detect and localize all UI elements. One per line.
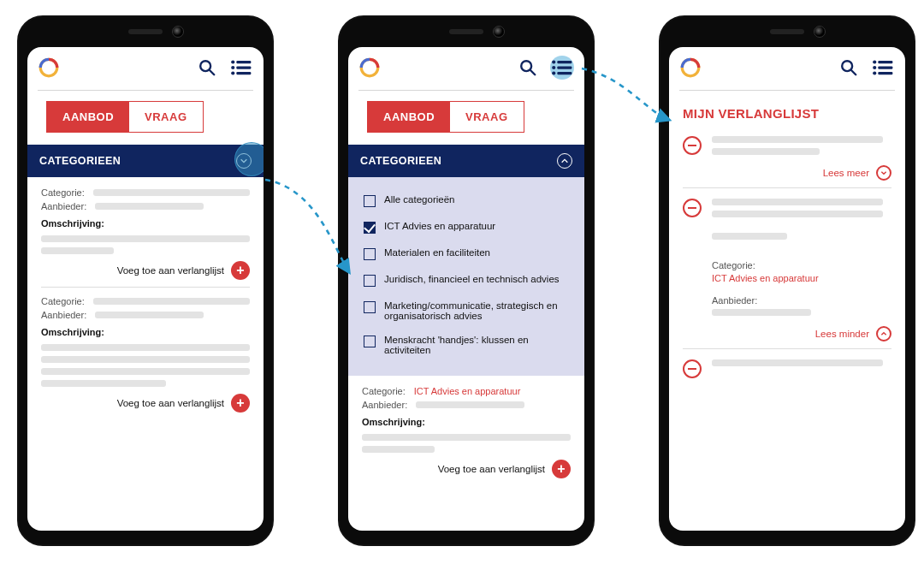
svg-point-14 [552,66,555,69]
svg-line-20 [851,70,856,75]
selected-category-value: ICT Advies en apparatuur [414,386,521,396]
screen-2: AANBOD VRAAG CATEGORIEEN Alle categorieë… [348,47,584,531]
phone-mock-2: AANBOD VRAAG CATEGORIEEN Alle categorieë… [338,15,595,546]
remove-icon[interactable] [683,136,702,155]
plus-icon: + [231,261,250,280]
svg-line-2 [210,70,215,75]
svg-rect-4 [236,61,251,63]
svg-line-11 [530,70,536,75]
label-category: Categorie: [41,187,85,198]
category-label: Marketing/communicatie, strategisch en o… [384,300,569,321]
hotspot-categories [234,142,264,176]
categories-toggle[interactable]: CATEGORIEEN [27,145,264,177]
search-icon[interactable] [837,56,861,80]
app-header [348,47,584,88]
svg-rect-24 [878,66,892,68]
app-logo [679,56,702,79]
category-option[interactable]: Menskracht 'handjes': klussen en activit… [362,328,571,362]
category-option[interactable]: Alle categorieën [362,187,571,214]
app-logo [358,56,381,79]
category-option[interactable]: Materialen en faciliteiten [362,240,571,267]
label-description: Omschrijving: [41,218,250,229]
category-label: Menskracht 'handjes': klussen en activit… [384,335,569,355]
page-title: MIJN VERLANGLIJST [669,91,905,126]
screen-3: MIJN VERLANGLIJST Lees meer [669,47,905,531]
offer-card-filtered: Categorie:ICT Advies en apparatuur Aanbi… [348,376,584,489]
checkbox-icon [364,195,376,207]
read-more-toggle[interactable]: Lees meer [683,165,891,181]
category-label: ICT Advies en apparatuur [384,221,495,231]
offer-card-1: Categorie: Aanbieder: Omschrijving: Voeg… [27,177,264,423]
tabs: AANBOD VRAAG [348,91,584,145]
checkbox-icon [364,336,376,347]
app-header [669,47,905,88]
svg-point-5 [231,66,234,69]
svg-point-21 [873,60,876,63]
phone-mock-1: AANBOD VRAAG CATEGORIEEN Categorie: Aanb… [17,15,274,546]
category-option[interactable]: Juridisch, financieel en technisch advie… [362,267,571,294]
wishlist-item [669,359,905,378]
screen-1: AANBOD VRAAG CATEGORIEEN Categorie: Aanb… [27,47,264,531]
remove-icon[interactable] [683,359,702,378]
svg-point-25 [873,71,876,74]
category-option[interactable]: ICT Advies en apparatuur [362,214,571,240]
category-list: Alle categorieënICT Advies en apparatuur… [348,177,584,376]
wishlist-item-expanded: Categorie: ICT Advies en apparatuur Aanb… [669,199,905,349]
svg-point-12 [552,60,555,63]
chevron-up-icon [557,153,572,169]
menu-icon[interactable] [550,56,574,80]
svg-rect-8 [236,72,251,74]
add-to-wishlist[interactable]: Voeg toe aan verlanglijst + [41,394,250,413]
search-icon[interactable] [195,56,219,80]
svg-rect-26 [878,72,892,74]
wishlist-item: Lees meer [669,136,905,188]
plus-icon: + [231,394,250,413]
app-header [27,47,264,88]
checkbox-icon [364,248,376,260]
category-label: Alle categorieën [384,194,454,205]
checkbox-icon [364,301,376,313]
remove-icon[interactable] [683,199,702,217]
menu-icon[interactable] [229,56,253,80]
svg-point-23 [873,66,876,69]
add-to-wishlist[interactable]: Voeg toe aan verlanglijst + [41,261,250,280]
svg-rect-13 [557,61,572,63]
label-provider: Aanbieder: [41,201,86,211]
tabs: AANBOD VRAAG [27,91,264,145]
search-icon[interactable] [516,56,540,80]
svg-point-16 [552,71,555,74]
plus-icon: + [552,460,571,478]
chevron-up-icon [876,326,891,341]
tab-aanbod[interactable]: AANBOD [47,102,129,132]
menu-icon[interactable] [871,56,895,80]
category-label: Materialen en faciliteiten [384,247,490,258]
read-less-toggle[interactable]: Lees minder [683,326,891,341]
categories-toggle[interactable]: CATEGORIEEN [348,145,584,177]
svg-rect-6 [236,66,251,68]
category-label: Juridisch, financieel en technisch advie… [384,274,560,284]
categories-header-label: CATEGORIEEN [39,155,121,167]
svg-point-3 [231,60,234,63]
svg-rect-17 [557,72,572,74]
svg-rect-22 [878,61,892,63]
categories-header-label: CATEGORIEEN [360,155,441,167]
tab-vraag[interactable]: VRAAG [129,102,202,132]
category-option[interactable]: Marketing/communicatie, strategisch en o… [362,294,571,328]
checkbox-icon [364,222,376,234]
chevron-down-icon [876,165,891,181]
tab-aanbod[interactable]: AANBOD [368,102,450,132]
svg-rect-15 [557,66,572,68]
phone-mock-3: MIJN VERLANGLIJST Lees meer [659,15,915,546]
tab-vraag[interactable]: VRAAG [450,102,523,132]
svg-point-7 [231,71,234,74]
add-to-wishlist[interactable]: Voeg toe aan verlanglijst + [362,460,571,478]
app-logo [38,56,60,79]
checkbox-icon [364,275,376,287]
